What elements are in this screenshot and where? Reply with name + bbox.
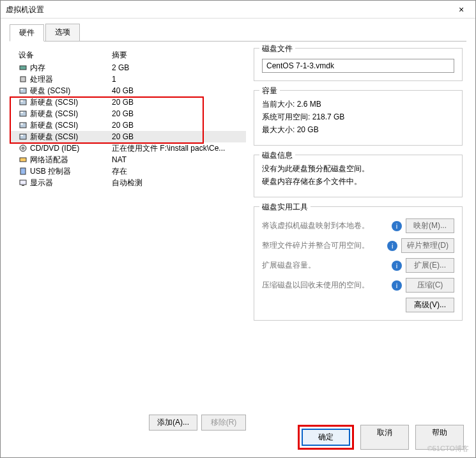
svg-rect-17	[22, 185, 24, 186]
net-icon	[19, 155, 27, 164]
svg-rect-16	[20, 180, 26, 185]
device-row[interactable]: 新硬盘 (SCSI)20 GB	[10, 108, 246, 119]
svg-rect-5	[20, 100, 23, 102]
device-name: 新硬盘 (SCSI)	[30, 97, 78, 108]
device-summary: 正在使用文件 F:\install pack\Ce...	[112, 143, 246, 154]
device-summary: 20 GB	[112, 121, 246, 130]
tool-map-button[interactable]: 映射(M)...	[406, 218, 454, 233]
highlight-annotation-ok: 确定	[298, 425, 354, 450]
disk-icon	[19, 86, 27, 95]
disk-icon	[19, 132, 27, 141]
info-icon[interactable]: i	[392, 280, 402, 291]
device-name: 新硬盘 (SCSI)	[30, 120, 78, 131]
device-name: 处理器	[30, 74, 53, 85]
cancel-button[interactable]: 取消	[360, 425, 409, 450]
capacity-free: 系统可用空间: 218.7 GB	[262, 112, 454, 123]
disk-file-value[interactable]: CentOS 7-1-3.vmdk	[262, 59, 454, 73]
tool-defrag-button[interactable]: 碎片整理(D)	[401, 238, 454, 253]
device-name: USB 控制器	[30, 166, 71, 177]
tab-strip: 硬件 选项	[10, 24, 466, 42]
tool-map-text: 将该虚拟机磁盘映射到本地卷。	[262, 220, 388, 231]
device-name: 内存	[30, 63, 45, 73]
svg-rect-11	[20, 135, 23, 136]
tab-options[interactable]: 选项	[45, 24, 80, 41]
advanced-button[interactable]: 高级(V)...	[406, 298, 454, 312]
help-button[interactable]: 帮助	[415, 425, 464, 450]
device-list[interactable]: 设备 摘要 内存2 GB处理器1硬盘 (SCSI)40 GB新硬盘 (SCSI)…	[10, 48, 246, 411]
tool-expand-text: 扩展磁盘容量。	[262, 260, 388, 271]
add-button[interactable]: 添加(A)...	[149, 415, 197, 431]
disk-icon	[19, 121, 27, 130]
svg-rect-1	[20, 77, 26, 82]
device-summary: 20 GB	[112, 132, 246, 141]
ok-button[interactable]: 确定	[302, 429, 350, 446]
disk-info-line1: 没有为此硬盘预分配磁盘空间。	[262, 164, 454, 174]
capacity-group: 容量 当前大小: 2.6 MB 系统可用空间: 218.7 GB 最大大小: 2…	[254, 90, 463, 146]
device-name: 新硬盘 (SCSI)	[30, 109, 78, 119]
disk-file-group: 磁盘文件 CentOS 7-1-3.vmdk	[254, 48, 463, 81]
device-name: CD/DVD (IDE)	[30, 144, 79, 153]
device-row[interactable]: CD/DVD (IDE)正在使用文件 F:\install pack\Ce...	[10, 142, 246, 154]
svg-rect-9	[20, 123, 23, 125]
device-row[interactable]: 硬盘 (SCSI)40 GB	[10, 85, 246, 96]
remove-button[interactable]: 移除(R)	[201, 415, 246, 431]
svg-rect-0	[20, 66, 26, 70]
mem-icon	[19, 63, 27, 72]
disk-tools-title: 磁盘实用工具	[259, 202, 311, 213]
device-row[interactable]: 显示器自动检测	[10, 177, 246, 188]
svg-point-13	[22, 148, 24, 149]
window-title: 虚拟机设置	[6, 1, 44, 19]
device-summary: 自动检测	[112, 178, 246, 188]
cd-icon	[19, 144, 27, 153]
device-summary: 2 GB	[112, 63, 246, 72]
tool-expand-button[interactable]: 扩展(E)...	[406, 258, 454, 273]
display-icon	[19, 178, 27, 187]
close-icon[interactable]: ×	[452, 1, 470, 19]
device-summary: 20 GB	[112, 109, 246, 118]
device-name: 网络适配器	[30, 155, 68, 165]
info-icon[interactable]: i	[387, 241, 397, 251]
usb-icon	[19, 167, 27, 176]
disk-info-line2: 硬盘内容存储在多个文件中。	[262, 176, 454, 187]
tool-defrag-text: 整理文件碎片并整合可用空间。	[262, 240, 383, 251]
device-summary: 40 GB	[112, 86, 246, 95]
tab-hardware[interactable]: 硬件	[10, 24, 44, 42]
col-summary-header: 摘要	[112, 50, 246, 61]
device-row[interactable]: 新硬盘 (SCSI)20 GB	[10, 119, 246, 131]
cpu-icon	[19, 75, 27, 84]
device-name: 新硬盘 (SCSI)	[30, 132, 78, 142]
device-name: 硬盘 (SCSI)	[30, 86, 70, 96]
device-row[interactable]: 内存2 GB	[10, 62, 246, 73]
info-icon[interactable]: i	[392, 261, 402, 271]
capacity-title: 容量	[259, 86, 280, 96]
disk-icon	[19, 98, 27, 107]
capacity-max: 最大大小: 20 GB	[262, 125, 454, 135]
info-icon[interactable]: i	[392, 221, 402, 231]
disk-info-group: 磁盘信息 没有为此硬盘预分配磁盘空间。 硬盘内容存储在多个文件中。	[254, 155, 463, 197]
device-header: 设备 摘要	[10, 48, 246, 62]
svg-rect-7	[20, 112, 23, 113]
device-row[interactable]: 网络适配器NAT	[10, 154, 246, 165]
device-summary: 1	[112, 75, 246, 84]
device-row[interactable]: 处理器1	[10, 73, 246, 85]
disk-tools-group: 磁盘实用工具 将该虚拟机磁盘映射到本地卷。 i 映射(M)... 整理文件碎片并…	[254, 206, 463, 321]
svg-rect-14	[20, 158, 26, 162]
disk-info-title: 磁盘信息	[259, 150, 295, 161]
device-row[interactable]: 新硬盘 (SCSI)20 GB	[10, 131, 246, 142]
disk-icon	[19, 109, 27, 118]
capacity-current: 当前大小: 2.6 MB	[262, 99, 454, 110]
svg-rect-3	[20, 89, 23, 90]
device-summary: NAT	[112, 155, 246, 164]
svg-rect-15	[20, 168, 26, 174]
device-row[interactable]: 新硬盘 (SCSI)20 GB	[10, 96, 246, 108]
device-name: 显示器	[30, 178, 53, 188]
tool-compact-button[interactable]: 压缩(C)	[406, 278, 454, 293]
tool-compact-text: 压缩磁盘以回收未使用的空间。	[262, 280, 388, 291]
device-summary: 20 GB	[112, 98, 246, 107]
device-row[interactable]: USB 控制器存在	[10, 165, 246, 177]
device-summary: 存在	[112, 166, 246, 177]
disk-file-title: 磁盘文件	[259, 43, 295, 54]
col-device-header: 设备	[10, 50, 112, 61]
